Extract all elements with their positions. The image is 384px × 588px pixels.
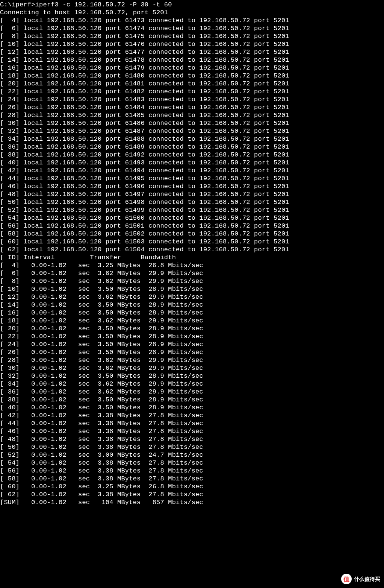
terminal-output[interactable]: C:\iperf>iperf3 -c 192.168.50.72 -P 30 -… — [0, 0, 384, 506]
